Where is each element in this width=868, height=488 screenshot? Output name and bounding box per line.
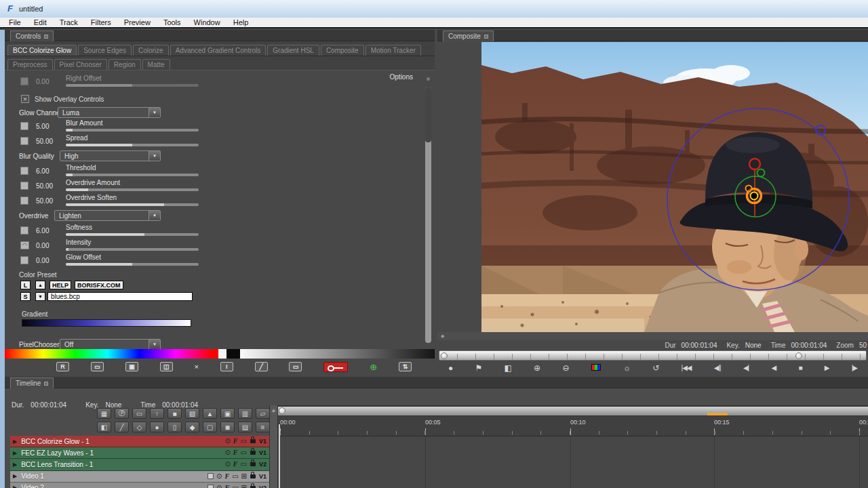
tab-matte[interactable]: Matte xyxy=(142,59,170,70)
overdrive-dropdown[interactable]: Lighten ▼ xyxy=(54,210,161,221)
param-value[interactable]: 6.00 xyxy=(36,227,63,235)
tab-source-edges[interactable]: Source Edges xyxy=(78,45,132,56)
params-scrollbar[interactable] xyxy=(425,87,431,343)
track-row-bcc-colorize-glow[interactable]: ▶ BCC Colorize Glow - 1 ⊙ F ▭ V1 xyxy=(10,436,269,447)
tab-advanced-gradient-controls[interactable]: Advanced Gradient Controls xyxy=(170,45,267,56)
filter-effects-icon[interactable]: F xyxy=(233,449,238,456)
previous-frame-button[interactable]: ◀| xyxy=(743,364,749,371)
visibility-eye-icon[interactable]: ⊙ xyxy=(216,473,222,480)
show-overlay-checkbox[interactable]: × xyxy=(21,95,29,103)
full-frame-view-button[interactable]: ▭ xyxy=(91,362,104,371)
stack-button[interactable]: ▤ xyxy=(238,422,252,432)
go-to-start-button[interactable]: |◀◀ xyxy=(682,364,692,371)
filter-effects-icon[interactable]: F xyxy=(233,461,238,468)
title-bar[interactable]: F untitled xyxy=(0,0,868,18)
expand-box-icon[interactable]: ⊞ xyxy=(241,473,247,480)
zoom-out-icon[interactable]: ⊖ xyxy=(562,363,568,373)
open-media-button[interactable]: ▱ xyxy=(256,408,270,419)
draft-quality-button[interactable]: ╱ xyxy=(255,362,268,371)
preset-file-input[interactable] xyxy=(47,292,193,301)
timeline-scroll-handle[interactable] xyxy=(279,407,285,414)
threshold-slider[interactable] xyxy=(66,174,199,176)
brightness-button[interactable]: ☼ xyxy=(623,363,630,373)
tab-timeline[interactable]: Timeline xyxy=(10,378,54,388)
zoom-in-icon[interactable]: ⊕ xyxy=(534,363,540,373)
flag-button[interactable]: ⚑ xyxy=(475,363,482,373)
sphere-3d-button[interactable]: ● xyxy=(150,422,164,432)
param-value[interactable]: 0.00 xyxy=(36,242,63,249)
spectrum-white-swatch[interactable] xyxy=(218,349,226,359)
track-checkbox[interactable] xyxy=(208,485,214,488)
disclosure-triangle-icon[interactable]: ▶ xyxy=(13,462,17,468)
track-row-video-1[interactable]: ▶ Video 1 ⊙ F ▭ ⊞ V1 xyxy=(10,471,269,483)
monitor-icon[interactable]: ▭ xyxy=(241,461,247,468)
track-menu-button[interactable]: ≡ xyxy=(256,422,270,432)
tab-region[interactable]: Region xyxy=(108,59,141,70)
monitor-icon[interactable]: ▭ xyxy=(241,438,247,445)
keyframe-checkbox[interactable] xyxy=(20,167,28,175)
disclosure-triangle-icon[interactable]: ▶ xyxy=(13,439,17,445)
tab-colorize[interactable]: Colorize xyxy=(133,45,169,56)
spectrum-black-swatch[interactable] xyxy=(226,349,240,359)
visibility-eye-icon[interactable]: ⊙ xyxy=(224,438,230,445)
particle-track-button[interactable]: ▲ xyxy=(203,408,217,419)
keyframe-checkbox[interactable] xyxy=(20,77,28,85)
layer-button[interactable]: ◧ xyxy=(97,422,111,432)
help-button[interactable]: HELP xyxy=(50,281,71,289)
gradient-track-button[interactable]: ▧ xyxy=(185,408,199,419)
tab-pixel-chooser[interactable]: Pixel Chooser xyxy=(54,59,107,70)
swap-view-button[interactable]: ⇅ xyxy=(399,362,412,371)
menu-filters[interactable]: Filters xyxy=(91,18,111,26)
contrast-view-button[interactable]: ◧ xyxy=(505,363,511,373)
hue-spectrum-bar[interactable] xyxy=(5,349,218,359)
lock-icon[interactable] xyxy=(250,474,256,479)
chevron-down-icon[interactable]: ▼ xyxy=(149,211,160,220)
rgb-channels-button[interactable] xyxy=(591,364,601,372)
scrub-handle-right[interactable] xyxy=(795,352,802,359)
param-value[interactable]: 50.00 xyxy=(36,182,63,190)
scrollbar-thumb[interactable] xyxy=(425,87,431,142)
lock-icon[interactable] xyxy=(250,451,256,455)
keyframe-checkbox[interactable] xyxy=(20,137,28,145)
keyframe-checkbox[interactable] xyxy=(20,226,28,235)
tab-detach-icon[interactable] xyxy=(44,35,48,39)
play-button[interactable]: ▶ xyxy=(825,364,829,371)
color-solid-button[interactable]: ■ xyxy=(167,408,182,419)
timeline-ruler[interactable]: 00:00 00:05 00:10 00:15 00:20 xyxy=(278,416,868,436)
lock-icon[interactable] xyxy=(250,462,256,466)
next-frame-button[interactable]: |▶ xyxy=(852,364,857,371)
motion-tracker-target-icon[interactable]: ⊕ xyxy=(370,362,377,372)
tab-gradient-hsl[interactable]: Gradient HSL xyxy=(267,45,319,56)
previous-keyframe-button[interactable]: ◀|| xyxy=(714,364,721,371)
borisfx-link-button[interactable]: BORISFX.COM xyxy=(75,281,123,289)
visibility-eye-icon[interactable]: ⊙ xyxy=(224,461,230,468)
record-button[interactable]: ● xyxy=(448,363,452,373)
blur-amount-slider[interactable] xyxy=(66,129,199,131)
glow-channel-dropdown[interactable]: Luma ▼ xyxy=(58,107,161,118)
tab-detach-icon[interactable] xyxy=(44,382,48,386)
preview-scrub-bar[interactable] xyxy=(439,350,867,361)
timeline-splitter[interactable]: ◆ xyxy=(269,405,278,488)
menu-window[interactable]: Window xyxy=(194,18,220,26)
draw-brush-button[interactable]: ╱ xyxy=(115,422,129,432)
work-area-marker[interactable] xyxy=(707,413,728,415)
chevron-down-icon[interactable]: ▼ xyxy=(149,108,160,117)
loop-playback-button[interactable]: ↺ xyxy=(652,363,658,373)
overdrive-soften-slider[interactable] xyxy=(66,203,199,206)
disclosure-triangle-icon[interactable]: ▶ xyxy=(13,485,17,488)
keyframe-checkbox[interactable] xyxy=(20,256,28,264)
blur-quality-dropdown[interactable]: High ▼ xyxy=(60,150,161,161)
track-row-fec-ez-lazy-waves[interactable]: ▶ FEC EZ Lazy Waves - 1 ⊙ F ▭ V1 xyxy=(10,447,269,459)
param-value[interactable]: 0.00 xyxy=(36,257,63,264)
param-value[interactable]: 50.00 xyxy=(36,197,63,205)
monitor-icon[interactable]: ▭ xyxy=(232,485,238,488)
tab-bcc-colorize-glow[interactable]: BCC Colorize Glow xyxy=(7,45,77,56)
monitor-icon[interactable]: ▭ xyxy=(232,473,238,480)
param-value[interactable]: 5.00 xyxy=(36,123,63,130)
monitor-icon[interactable]: ▭ xyxy=(241,449,247,456)
menu-file[interactable]: File xyxy=(9,18,21,26)
tab-preprocess[interactable]: Preprocess xyxy=(7,59,53,70)
spread-slider[interactable] xyxy=(66,144,199,146)
menu-preview[interactable]: Preview xyxy=(124,18,151,26)
menu-help[interactable]: Help xyxy=(233,18,249,26)
